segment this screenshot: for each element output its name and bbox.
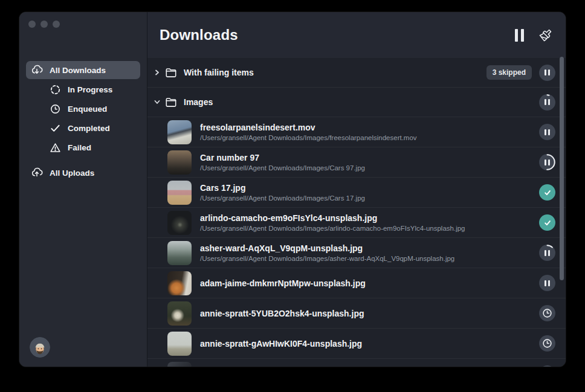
folder-name: With failing items	[184, 68, 254, 77]
main-header: Downloads	[147, 12, 566, 58]
file-name: asher-ward-AqXqL_V9qpM-unsplash.jpg	[200, 243, 454, 253]
download-row[interactable]: Car number 97/Users/gransell/Agent Downl…	[147, 147, 566, 177]
completed-check-button[interactable]	[539, 184, 555, 201]
download-row[interactable]: annie-spratt-gAwHIwKI0F4-unsplash.jpg	[147, 328, 566, 358]
folder-name: Images	[184, 97, 213, 107]
pause-button[interactable]	[539, 245, 555, 261]
file-path: /Users/gransell/Agent Downloads/Images/a…	[200, 225, 465, 232]
pause-icon	[545, 159, 550, 165]
file-name: adam-jaime-dmkmrNptMpw-unsplash.jpg	[200, 278, 366, 288]
sidebar-item-all-uploads[interactable]: All Uploads	[26, 164, 140, 182]
page-title: Downloads	[160, 27, 238, 43]
enqueued-clock-button[interactable]	[539, 365, 555, 367]
close-button[interactable]	[28, 21, 36, 28]
file-thumbnail	[167, 271, 192, 295]
completed-check-button[interactable]	[539, 214, 555, 231]
header-actions	[515, 28, 552, 42]
broom-icon	[538, 28, 552, 42]
download-row[interactable]: adam-jaime-dmkmrNptMpw-unsplash.jpg	[147, 268, 566, 298]
file-meta: arlindo-camacho-em9oFIsYlc4-unsplash.jpg…	[200, 213, 465, 232]
pause-button[interactable]	[539, 154, 555, 170]
file-meta: adam-jaime-dmkmrNptMpw-unsplash.jpg	[200, 278, 366, 288]
enqueued-clock-button[interactable]	[539, 335, 555, 352]
sidebar-item-all-downloads[interactable]: All Downloads	[26, 61, 140, 79]
cloud-upload-icon	[30, 166, 44, 179]
chevron-down-icon[interactable]	[152, 97, 162, 107]
app-window: All DownloadsIn ProgressEnqueuedComplete…	[19, 12, 566, 367]
file-thumbnail	[167, 241, 192, 265]
window-controls	[28, 21, 60, 28]
file-name: freesolarpanelsindesert.mov	[200, 123, 417, 132]
pause-icon	[545, 69, 550, 76]
main-panel: Downloads With failing items3 skippedIma…	[147, 12, 566, 367]
file-meta: annie-spratt-5YUB2O2hsk4-unsplash.jpg	[200, 309, 364, 318]
enqueued-clock-button[interactable]	[539, 305, 555, 321]
warning-icon	[48, 141, 62, 154]
progress-spinner-icon	[48, 83, 62, 96]
file-meta: annie-spratt-gAwHIwKI0F4-unsplash.jpg	[200, 339, 362, 349]
sidebar-item-label: Failed	[68, 143, 91, 152]
file-meta: Car number 97/Users/gransell/Agent Downl…	[200, 153, 365, 172]
avatar-image	[30, 337, 50, 358]
download-list: With failing items3 skippedImagesfreesol…	[147, 58, 566, 367]
zoom-button[interactable]	[53, 21, 60, 28]
pause-button[interactable]	[539, 94, 555, 111]
file-thumbnail	[167, 211, 192, 235]
file-path: /Users/gransell/Agent Downloads/Images/f…	[200, 134, 417, 141]
pause-all-button[interactable]	[515, 29, 524, 42]
chevron-right-icon[interactable]	[152, 68, 162, 77]
pause-icon	[545, 250, 550, 256]
sidebar-item-label: Completed	[68, 124, 110, 133]
file-path: /Users/gransell/Agent Downloads/Images/C…	[200, 164, 365, 172]
clock-icon	[48, 102, 62, 115]
sidebar-item-completed[interactable]: Completed	[44, 119, 140, 137]
sidebar-item-label: All Uploads	[50, 169, 94, 178]
download-row[interactable]: arlindo-camacho-em9oFIsYlc4-unsplash.jpg…	[147, 207, 566, 237]
sidebar: All DownloadsIn ProgressEnqueuedComplete…	[19, 12, 147, 367]
file-thumbnail	[167, 120, 192, 144]
file-thumbnail	[167, 181, 192, 205]
pause-button[interactable]	[539, 275, 555, 291]
file-thumbnail	[167, 301, 192, 326]
download-row[interactable]: freesolarpanelsindesert.mov/Users/granse…	[147, 117, 566, 147]
cloud-download-icon	[30, 63, 44, 77]
file-name: annie-spratt-5YUB2O2hsk4-unsplash.jpg	[200, 309, 364, 318]
sidebar-item-failed[interactable]: Failed	[44, 138, 140, 156]
file-path: /Users/gransell/Agent Downloads/Images/a…	[200, 255, 454, 262]
pause-icon	[545, 99, 550, 105]
folder-icon	[164, 95, 178, 109]
pause-icon	[545, 280, 550, 286]
pause-icon	[545, 129, 550, 135]
sidebar-item-label: Enqueued	[68, 104, 107, 114]
sidebar-item-label: All Downloads	[50, 66, 106, 75]
user-avatar[interactable]	[30, 337, 50, 358]
file-name: Car number 97	[200, 153, 365, 162]
clear-list-button[interactable]	[538, 28, 552, 42]
sidebar-item-in-progress[interactable]: In Progress	[44, 80, 140, 98]
file-thumbnail	[167, 150, 192, 175]
download-row[interactable]: Cars 17.jpg/Users/gransell/Agent Downloa…	[147, 177, 566, 207]
folder-icon	[164, 66, 178, 79]
minimize-button[interactable]	[40, 21, 48, 28]
file-path: /Users/gransell/Agent Downloads/Images/C…	[200, 194, 365, 202]
skipped-badge: 3 skipped	[486, 65, 532, 80]
file-meta: asher-ward-AqXqL_V9qpM-unsplash.jpg/User…	[200, 243, 454, 262]
sidebar-nav: All DownloadsIn ProgressEnqueuedComplete…	[19, 61, 147, 183]
download-row[interactable]: annie-spratt-5YUB2O2hsk4-unsplash.jpg	[147, 298, 566, 328]
file-name: arlindo-camacho-em9oFIsYlc4-unsplash.jpg	[200, 213, 465, 223]
folder-row[interactable]: With failing items3 skipped	[147, 58, 566, 87]
file-thumbnail	[167, 362, 192, 367]
sidebar-item-enqueued[interactable]: Enqueued	[44, 100, 140, 118]
pause-icon	[515, 29, 524, 42]
sidebar-item-label: In Progress	[68, 85, 112, 94]
scrollbar-thumb[interactable]	[560, 57, 564, 280]
pause-button[interactable]	[539, 124, 555, 140]
folder-row[interactable]: Images	[147, 87, 566, 117]
file-name: Cars 17.jpg	[200, 183, 365, 193]
pause-button[interactable]	[539, 65, 555, 81]
download-row[interactable]	[147, 358, 566, 367]
file-meta: freesolarpanelsindesert.mov/Users/granse…	[200, 123, 417, 141]
file-thumbnail	[167, 332, 192, 356]
file-meta: Cars 17.jpg/Users/gransell/Agent Downloa…	[200, 183, 365, 202]
download-row[interactable]: asher-ward-AqXqL_V9qpM-unsplash.jpg/User…	[147, 237, 566, 268]
